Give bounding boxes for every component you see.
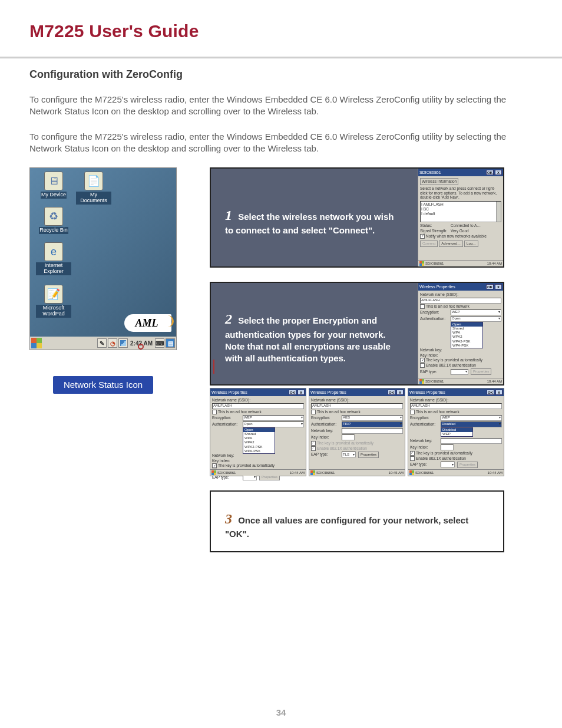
adhoc-checkbox[interactable] <box>420 304 425 309</box>
desktop-screenshot: 🖥 My Device 📄 My Documents ♻ Recycle Bin… <box>29 167 177 350</box>
icon-label: My Documents <box>76 192 111 205</box>
8021x-label: Enable 802.1X authentication <box>426 363 476 368</box>
page-number: 34 <box>0 707 562 717</box>
authentication-label: Authentication: <box>420 317 449 321</box>
step-2-variants: Wireless PropertiesOKX Network name (SSI… <box>210 388 504 476</box>
step-body: Select the wireless network you wish to … <box>225 212 394 235</box>
folder-icon: 📄 <box>84 172 103 190</box>
network-status-callout: Network Status Icon <box>53 376 153 394</box>
signal-label: Signal Strength: <box>420 229 449 233</box>
step-number: 2 <box>225 309 232 328</box>
step-number: 3 <box>225 509 232 528</box>
adhoc-label: This is an ad hoc network <box>426 304 470 309</box>
icon-label: Internet Explorer <box>36 262 71 275</box>
help-text: Select a network and press connect or ri… <box>420 186 501 200</box>
callout-pointer-circle <box>138 344 144 350</box>
auth-dropdown[interactable]: Open Shared WPA WPA2 WPA2-PSK WPA-PSK <box>451 322 483 348</box>
step-2-screenshot: Wireless PropertiesOKX Network name (SSI… <box>418 283 503 384</box>
netkey-label: Network key: <box>420 348 449 353</box>
encryption-label: Encryption: <box>420 310 449 315</box>
authentication-select[interactable]: Open <box>451 316 501 322</box>
notify-label: Notify when new networks available <box>426 234 487 239</box>
dlg-title: Wireless Properties <box>419 285 455 289</box>
encryption-select[interactable]: WEP <box>451 309 501 315</box>
desktop-tray-icon: ▤ <box>166 338 175 348</box>
ie-icon: e <box>44 242 63 261</box>
step-1-text: 1 Select the wireless network you wish t… <box>211 169 418 266</box>
step-2-text: 2 Select the proper Encryption and authe… <box>211 283 418 384</box>
step-body: Once all values are configured for your … <box>225 515 468 539</box>
signal-value: Very Good <box>451 229 469 233</box>
icon-my-documents: 📄 My Documents <box>76 172 111 205</box>
tray-icon: ◔ <box>108 338 117 348</box>
properties-button[interactable]: Properties <box>471 368 491 375</box>
device-icon: 🖥 <box>44 172 63 190</box>
ok-button[interactable]: OK <box>486 284 494 289</box>
mini-taskbar: SDIO8686110:44 AM <box>418 260 503 266</box>
status-value: Connected to A… <box>451 223 481 228</box>
keyauto-label: The key is provided automatically <box>426 358 482 363</box>
step-number: 1 <box>225 206 232 225</box>
tab-wireless-info[interactable]: Wireless Information <box>420 178 458 185</box>
eap-select[interactable] <box>451 369 468 375</box>
recycle-icon: ♻ <box>44 207 63 226</box>
tray-icon: ✎ <box>97 338 107 348</box>
intro-paragraph-1: To configure the M7225's wireless radio,… <box>29 94 533 118</box>
variant-a: Wireless PropertiesOKX Network name (SSI… <box>210 388 306 476</box>
icon-label: Microsoft WordPad <box>36 305 71 318</box>
advanced-button[interactable]: Advanced… <box>439 241 463 247</box>
log-button[interactable]: Log… <box>464 241 478 247</box>
step-1-screenshot: SDIO86861OKX Wireless Information Select… <box>418 169 503 266</box>
mini-taskbar: SDIO8686110:44 AM <box>418 378 503 384</box>
variant-c: Wireless PropertiesOKX Network name (SSI… <box>408 388 504 476</box>
wordpad-icon: 📝 <box>44 285 63 304</box>
aml-logo: AML <box>124 314 171 332</box>
taskbar: ✎ ◔ 2:42 AM ⌨ ▤ <box>30 337 176 350</box>
document-title: M7225 User's Guide <box>29 21 533 41</box>
step-body: Select the proper Encryption and authent… <box>225 315 391 363</box>
keyauto-checkbox[interactable]: ✓ <box>420 358 425 363</box>
callout-pointer-line <box>213 360 214 374</box>
8021x-checkbox[interactable] <box>420 363 425 368</box>
variant-b: Wireless PropertiesOKX Network name (SSI… <box>309 388 405 476</box>
start-button[interactable] <box>31 338 42 348</box>
status-label: Status: <box>420 223 449 228</box>
step-3-box: 3 Once all values are configured for you… <box>210 490 504 552</box>
keyidx-label: Key index: <box>420 353 449 358</box>
icon-label: Recycle Bin <box>39 227 68 234</box>
title-underline <box>0 57 562 58</box>
connect-button[interactable]: Connect <box>420 241 438 247</box>
dlg-title: SDIO86861 <box>419 170 441 174</box>
section-heading: Configuration with ZeroConfig <box>29 68 533 81</box>
step-3-text: 3 Once all values are configured for you… <box>211 492 503 551</box>
network-status-tray-icon[interactable] <box>118 338 128 348</box>
network-list[interactable]: 𝗂 AMLFLASH 𝗂 BC 𝗂 default <box>420 201 501 222</box>
ok-button[interactable]: OK <box>486 170 494 175</box>
icon-my-device: 🖥 My Device <box>36 172 71 199</box>
icon-wordpad: 📝 Microsoft WordPad <box>36 285 71 318</box>
eap-label: EAP type: <box>420 370 449 374</box>
icon-recycle-bin: ♻ Recycle Bin <box>36 207 71 234</box>
step-2-box: 2 Select the proper Encryption and authe… <box>210 282 504 386</box>
intro-paragraph-2: To configure the M7225's wireless radio,… <box>29 131 533 155</box>
icon-label: My Device <box>41 192 67 199</box>
step-1-box: 1 Select the wireless network you wish t… <box>210 167 504 268</box>
close-icon[interactable]: X <box>495 170 502 175</box>
notify-checkbox[interactable]: ✓ <box>420 234 425 239</box>
icon-internet-explorer: e Internet Explorer <box>36 242 71 275</box>
close-icon[interactable]: X <box>495 284 502 289</box>
sip-icon: ⌨ <box>155 338 164 348</box>
ssid-input[interactable]: AMLFLASH <box>420 298 501 304</box>
ssid-label: Network name (SSID): <box>420 292 501 297</box>
